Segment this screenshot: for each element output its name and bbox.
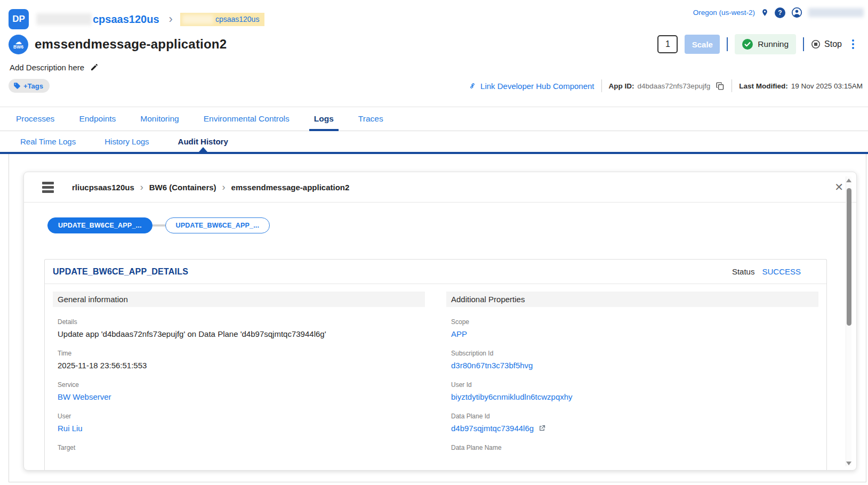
divider [803,37,804,51]
scrollbar-thumb[interactable] [847,188,851,326]
app-controls: Scale Running Stop [657,34,857,54]
breadcrumb-item-capability[interactable]: BW6 (Containers) [149,183,216,192]
app-id-value: d4bdaas72nfs73epujfg [638,82,711,90]
location-pin-icon[interactable] [761,7,769,18]
check-circle-icon [742,39,753,50]
breadcrumb-item-app[interactable]: emssendmessage-application2 [231,183,350,192]
field-user: User Rui Liu [53,413,425,433]
divider [732,79,732,92]
field-service: Service BW Webserver [53,381,425,401]
subtab-history-logs[interactable]: History Logs [105,131,149,152]
last-modified-label: Last Modified: [739,82,788,90]
data-plane-logo[interactable]: DP [9,9,29,29]
additional-properties-section: Additional Properties Scope APP Subscrip… [446,292,818,451]
region-selector[interactable]: Oregon (us-west-2) [693,9,755,17]
divider [727,37,728,51]
section-heading-general: General information [53,292,425,307]
pill-connector-line [152,224,165,227]
field-scope: Scope APP [446,318,818,338]
field-details: Details Update app 'd4bdaas72nfs73epujfg… [53,318,425,338]
status-badge: Running [735,34,796,54]
stop-button-label: Stop [824,39,842,49]
audit-panel-header: rliucpsaas120us › BW6 (Containers) › ems… [24,172,856,203]
redacted-breadcrumb-prefix-2 [182,15,213,24]
audit-event-pill-selected[interactable]: UPDATE_BW6CE_APP_... [47,217,152,233]
field-data-plane-id: Data Plane Id d4b97sqjmtqc73944l6g [446,413,818,433]
link-developer-hub-label: Link Developer Hub Component [480,82,594,91]
logs-subtab-bar: Real Time Logs History Logs Audit Histor… [0,131,868,154]
description-row: Add Description here [0,62,868,72]
general-information-section: General information Details Update app '… [53,292,425,451]
audit-card-header: UPDATE_BW6CE_APP_DETAILS Status SUCCESS [45,260,826,284]
panel-scrollbar[interactable] [846,176,851,466]
chevron-right-icon: › [169,14,173,25]
app-id-label: App ID: [609,82,634,90]
bw6-app-icon: ☁ BW6 [9,35,28,54]
audit-event-pill[interactable]: UPDATE_BW6CE_APP_... [165,217,270,233]
audit-status: Status SUCCESS [732,267,801,276]
page-title: emssendmessage-application2 [35,37,227,52]
add-tags-button[interactable]: +Tags [9,79,50,93]
audit-event-title: UPDATE_BW6CE_APP_DETAILS [53,267,188,277]
edit-pencil-icon[interactable] [90,63,99,71]
help-icon[interactable]: ? [775,7,785,18]
description-placeholder: Add Description here [10,63,84,72]
audit-detail-card: UPDATE_BW6CE_APP_DETAILS Status SUCCESS … [44,259,827,471]
copy-icon[interactable] [716,82,725,91]
breadcrumb-item-dataplane[interactable]: rliucpsaas120us [72,183,134,192]
tags-meta-row: +Tags Link Developer Hub Component App I… [0,78,868,93]
tab-processes[interactable]: Processes [16,107,54,131]
tag-icon [13,82,21,90]
audit-detail-panel: rliucpsaas120us › BW6 (Containers) › ems… [23,172,857,471]
instance-count-input[interactable] [657,35,678,53]
chevron-right-icon: › [216,182,231,193]
stop-button[interactable]: Stop [811,39,842,49]
close-icon[interactable]: ✕ [834,182,843,192]
app-meta-bar: Link Developer Hub Component App ID: d4b… [468,79,863,92]
last-modified: Last Modified: 19 Nov 2025 03:15AM [739,82,863,90]
redacted-username [808,8,864,17]
account-icon[interactable] [791,7,802,18]
scroll-down-arrow-icon[interactable] [846,462,851,465]
tab-logs[interactable]: Logs [314,107,334,131]
scroll-up-arrow-icon[interactable] [846,179,851,182]
subtab-real-time-logs[interactable]: Real Time Logs [20,131,76,152]
scale-button[interactable]: Scale [685,35,720,54]
subtab-audit-history[interactable]: Audit History [178,131,228,152]
last-modified-value: 19 Nov 2025 03:15AM [791,82,863,90]
status-label: Status [732,267,755,276]
region-account-bar: Oregon (us-west-2) ? [693,7,864,18]
external-link-icon[interactable] [538,424,546,432]
hamburger-menu-icon[interactable] [42,182,54,193]
link-developer-hub[interactable]: Link Developer Hub Component [468,82,594,91]
field-user-id: User Id biyztdytiby6cnmikludln6tcwzpqxhy [446,381,818,401]
breadcrumb-highlighted-item[interactable]: cpsaas120us [180,13,265,26]
app-id: App ID: d4bdaas72nfs73epujfg [609,82,725,91]
field-data-plane-name: Data Plane Name [446,444,818,451]
audit-card-body: General information Details Update app '… [45,284,826,451]
tab-environmental-controls[interactable]: Environmental Controls [204,107,290,131]
tab-endpoints[interactable]: Endpoints [79,107,116,131]
add-tags-label: +Tags [23,82,43,90]
tab-traces[interactable]: Traces [358,107,383,131]
main-tab-bar: Processes Endpoints Monitoring Environme… [0,107,868,131]
breadcrumb-dataplane[interactable]: cpsaas120us [93,13,159,26]
chevron-right-icon: › [134,182,149,193]
field-subscription-id: Subscription Id d3r80n67tn3c73bf5hvg [446,350,818,370]
divider [601,79,602,92]
field-target: Target [53,444,425,451]
top-breadcrumb-row: DP cpsaas120us › cpsaas120us Oregon (us-… [0,0,868,30]
field-time: Time 2025-11-18 23:56:51:553 [53,350,425,370]
status-value[interactable]: SUCCESS [762,267,801,276]
app-title-row: ☁ BW6 emssendmessage-application2 Scale … [0,33,868,55]
section-heading-additional: Additional Properties [446,292,818,307]
page-header: DP cpsaas120us › cpsaas120us Oregon (us-… [0,0,868,107]
audit-panel-breadcrumb: rliucpsaas120us › BW6 (Containers) › ems… [72,182,349,193]
audit-event-pills: UPDATE_BW6CE_APP_... UPDATE_BW6CE_APP_..… [47,217,270,233]
kebab-menu-button[interactable] [849,38,857,50]
stop-icon [811,39,821,49]
audit-history-content: rliucpsaas120us › BW6 (Containers) › ems… [9,154,866,482]
link-icon [468,82,477,90]
status-badge-label: Running [758,39,789,49]
tab-monitoring[interactable]: Monitoring [140,107,179,131]
